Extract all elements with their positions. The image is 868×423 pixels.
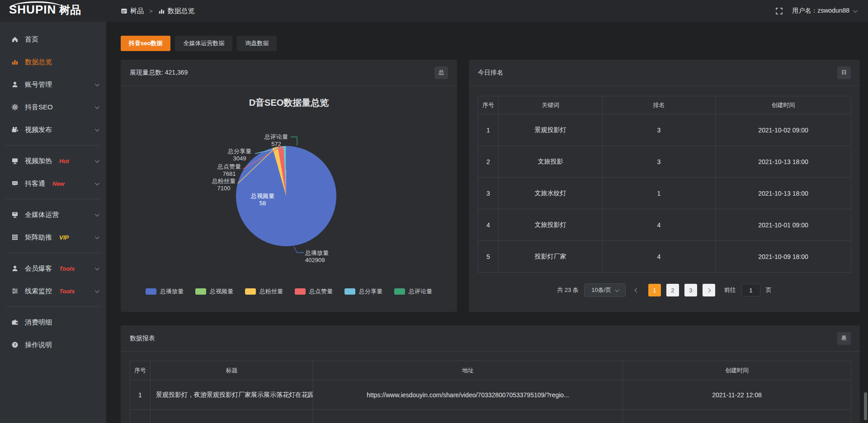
impressions-total-label: 展现量总数: 421,369 xyxy=(130,69,188,77)
sidebar-item-label: 线索监控 xyxy=(25,287,52,296)
tab-douyin-seo-data[interactable]: 抖音seo数据 xyxy=(121,36,170,51)
sidebar-item-video-heat[interactable]: 视频加热 Hot xyxy=(0,150,106,172)
prev-page-button[interactable] xyxy=(631,284,643,296)
table-row xyxy=(130,410,851,423)
tab-media-operation-data[interactable]: 全媒体运营数据 xyxy=(175,36,232,51)
breadcrumb-root[interactable]: 树品 xyxy=(121,7,144,15)
sidebar-item-member-burst[interactable]: 会员爆客 Tools xyxy=(0,257,106,280)
sidebar-item-label: 消费明细 xyxy=(25,318,52,327)
logo-text-cn: 树品 xyxy=(59,3,81,17)
sidebar-item-clue-monitor[interactable]: 线索监控 Tools xyxy=(0,280,106,302)
legend-item-plays[interactable]: 总播放量 xyxy=(146,287,184,296)
table-row: 4文旅投影灯42021-10-01 09:00 xyxy=(478,209,851,241)
screen-icon xyxy=(11,211,19,218)
chevron-down-icon xyxy=(95,104,99,109)
chevron-down-icon xyxy=(95,266,99,270)
page-size-select[interactable]: 10条/页 xyxy=(584,283,626,297)
top-header: SHUPIN 树品 树品 > 数据总览 用户名：zswodun88 xyxy=(0,0,868,22)
sidebar-item-account[interactable]: 账号管理 xyxy=(0,73,106,96)
sidebar-item-label: 数据总览 xyxy=(25,58,52,66)
pagination-total: 共 23 条 xyxy=(557,286,579,294)
breadcrumb-separator: > xyxy=(149,8,153,14)
sidebar-item-consumption[interactable]: 消费明细 xyxy=(0,311,106,334)
col-index: 序号 xyxy=(478,96,499,114)
sidebar-item-label: 会员爆客 xyxy=(25,264,52,273)
sidebar-item-instructions[interactable]: ? 操作说明 xyxy=(0,334,106,356)
sidebar-item-video-publish[interactable]: 视频发布 xyxy=(0,118,106,141)
legend-item-likes[interactable]: 总点赞量 xyxy=(295,287,333,296)
tools-badge: Tools xyxy=(59,265,75,272)
col-index: 序号 xyxy=(130,361,151,380)
sidebar-item-douyin-seo[interactable]: 抖音SEO xyxy=(0,96,106,118)
legend-item-videos[interactable]: 总视频量 xyxy=(195,287,233,296)
pagination: 共 23 条 10条/页 1 2 3 前往 页 xyxy=(469,283,860,297)
legend-item-shares[interactable]: 总分享量 xyxy=(344,287,382,296)
username-label: 用户名：zswodun88 xyxy=(792,7,849,15)
table-row: 1景观投影灯32021-10-02 09:00 xyxy=(478,114,851,146)
table-view-button[interactable]: 表 xyxy=(837,332,851,345)
col-url: 地址 xyxy=(313,361,623,380)
ranking-panel-header: 今日排名 日 xyxy=(469,60,860,86)
new-badge: New xyxy=(52,180,65,187)
chevron-down-icon xyxy=(95,127,99,132)
goto-page-input[interactable] xyxy=(741,284,760,296)
table-header-row: 序号 关键词 排名 创建时间 xyxy=(478,96,851,114)
bar-chart-icon xyxy=(11,58,19,66)
sidebar-divider xyxy=(5,199,101,199)
video-camera-icon xyxy=(11,126,19,133)
tab-inquiry-data[interactable]: 询盘数据 xyxy=(237,36,277,51)
hot-badge: Hot xyxy=(59,158,69,164)
scrollbar-thumb[interactable] xyxy=(864,392,867,420)
next-page-button[interactable] xyxy=(703,284,715,296)
grid-icon xyxy=(11,234,19,241)
sidebar-divider xyxy=(5,145,101,146)
vip-badge: VIP xyxy=(59,234,69,241)
page-button-1[interactable]: 1 xyxy=(648,284,661,296)
table-row: 1 景观投影灯，夜游景观投影灯厂家展示展示落花灯在花园里的灯光投影应用效果 # … xyxy=(130,380,851,410)
pie-label-videos: 总视频量58 xyxy=(250,193,275,207)
sidebar-item-label: 矩阵助推 xyxy=(25,233,52,242)
breadcrumb-current-label: 数据总览 xyxy=(168,7,195,15)
page-button-3[interactable]: 3 xyxy=(684,284,697,296)
pie-label-comments: 总评论量572 xyxy=(264,133,289,148)
sidebar-item-douketong[interactable]: 抖客通 New xyxy=(0,172,106,195)
tools-badge: Tools xyxy=(59,288,75,295)
goto-suffix: 页 xyxy=(766,286,772,294)
question-icon: ? xyxy=(11,341,19,348)
user-menu[interactable]: 用户名：zswodun88 xyxy=(792,7,856,15)
ranking-panel-title: 今日排名 xyxy=(478,69,503,77)
sidebar-item-media-operation[interactable]: 全媒体运营 xyxy=(0,203,106,226)
user-icon xyxy=(11,81,19,88)
table-row: 5投影灯厂家42021-10-09 18:00 xyxy=(478,241,851,273)
breadcrumb: 树品 > 数据总览 xyxy=(121,7,195,15)
sidebar-item-matrix-boost[interactable]: 矩阵助推 VIP xyxy=(0,226,106,249)
sidebar-item-label: 账号管理 xyxy=(25,80,52,89)
home-icon xyxy=(11,36,19,43)
gear-icon xyxy=(11,103,19,111)
fullscreen-icon[interactable] xyxy=(775,7,783,15)
sidebar-divider xyxy=(5,253,101,253)
page-button-2[interactable]: 2 xyxy=(666,284,679,296)
breadcrumb-root-label: 树品 xyxy=(130,7,144,15)
chart-legend: 总播放量 总视频量 总粉丝量 总点赞量 总分享量 总评论量 xyxy=(121,287,457,296)
legend-swatch xyxy=(195,288,206,295)
video-url-link[interactable]: https://www.iesdouyin.com/share/video/70… xyxy=(313,380,623,410)
col-created-time: 创建时间 xyxy=(716,96,851,114)
header-right: 用户名：zswodun88 xyxy=(775,7,856,15)
legend-item-fans[interactable]: 总粉丝量 xyxy=(245,287,283,296)
sidebar-item-home[interactable]: 首页 xyxy=(0,28,106,51)
report-panel: 数据报表 表 序号 标题 地址 创建时间 1 景观投影灯，夜游景观投影灯厂家展示… xyxy=(121,325,860,423)
sidebar-item-label: 视频加热 xyxy=(25,157,52,165)
total-view-button[interactable]: 总 xyxy=(434,66,448,79)
chevron-down-icon xyxy=(853,8,858,13)
col-created-time: 创建时间 xyxy=(623,361,851,380)
chevron-down-icon xyxy=(95,181,99,185)
sidebar-item-data-overview[interactable]: 数据总览 xyxy=(0,51,106,73)
sidebar-item-label: 全媒体运营 xyxy=(25,211,59,219)
main-content: 抖音seo数据 全媒体运营数据 询盘数据 展现量总数: 421,369 总 D音… xyxy=(106,22,868,423)
legend-item-comments[interactable]: 总评论量 xyxy=(394,287,432,296)
pie-label-plays: 总播放量402909 xyxy=(305,249,335,264)
daily-view-button[interactable]: 日 xyxy=(837,66,851,79)
legend-swatch xyxy=(245,288,256,295)
breadcrumb-current[interactable]: 数据总览 xyxy=(158,7,195,15)
